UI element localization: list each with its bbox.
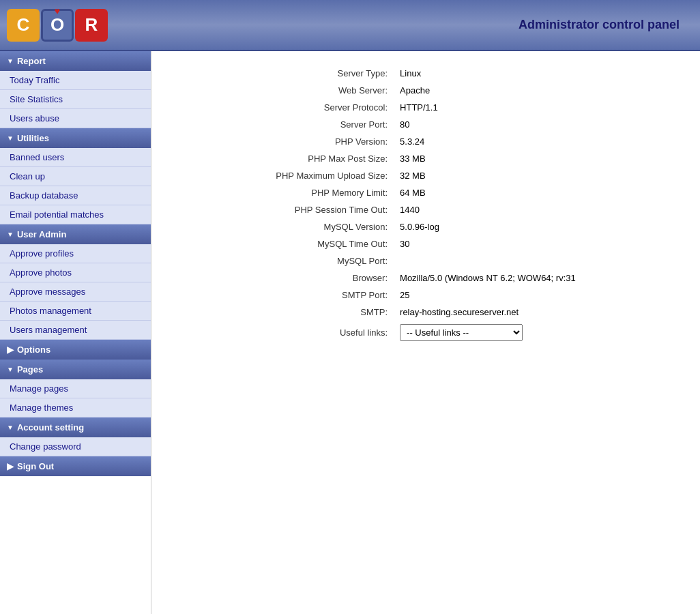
sidebar-section-utilities[interactable]: ▼ Utilities bbox=[0, 128, 151, 148]
server-info-value: HTTP/1.1 bbox=[394, 99, 581, 116]
logo-c: C bbox=[7, 9, 40, 42]
sidebar-item-email-potential-matches[interactable]: Email potential matches bbox=[0, 205, 151, 224]
server-info-row: Web Server:Apache bbox=[270, 82, 581, 99]
sign-out-label: Sign Out bbox=[17, 461, 54, 471]
server-info-row: Server Protocol:HTTP/1.1 bbox=[270, 99, 581, 116]
sidebar-section-user-admin[interactable]: ▼ User Admin bbox=[0, 224, 151, 244]
sidebar-item-change-password[interactable]: Change password bbox=[0, 437, 151, 456]
sidebar-item-banned-users[interactable]: Banned users bbox=[0, 148, 151, 167]
sidebar-section-options[interactable]: ▶ Options bbox=[0, 340, 151, 360]
sidebar-item-site-statistics[interactable]: Site Statistics bbox=[0, 90, 151, 109]
sidebar-item-users-management[interactable]: Users management bbox=[0, 321, 151, 340]
server-info-label: SMTP: bbox=[270, 304, 394, 321]
logo: C ♥ O R bbox=[7, 9, 108, 42]
layout: ▼ Report Today Traffic Site Statistics U… bbox=[0, 51, 700, 614]
options-arrow-icon: ▶ bbox=[7, 345, 14, 355]
server-info-row: SMTP Port:25 bbox=[270, 287, 581, 304]
user-admin-label: User Admin bbox=[17, 229, 66, 239]
server-info-value: 64 MB bbox=[394, 184, 581, 201]
sidebar-section-sign-out[interactable]: ▶ Sign Out bbox=[0, 456, 151, 476]
main-content: Server Type:LinuxWeb Server:ApacheServer… bbox=[151, 51, 700, 614]
user-admin-arrow-icon: ▼ bbox=[7, 231, 14, 238]
server-info-row: Useful links:-- Useful links -- bbox=[270, 321, 581, 345]
server-info-value: 30 bbox=[394, 235, 581, 252]
pages-label: Pages bbox=[17, 364, 43, 375]
server-info-label: Server Type: bbox=[270, 65, 394, 82]
sidebar-item-clean-up[interactable]: Clean up bbox=[0, 167, 151, 186]
server-info-value: relay-hosting.secureserver.net bbox=[394, 304, 581, 321]
server-info-label: MySQL Version: bbox=[270, 218, 394, 235]
server-info-row: SMTP:relay-hosting.secureserver.net bbox=[270, 304, 581, 321]
server-info-row: PHP Version:5.3.24 bbox=[270, 133, 581, 150]
server-info-value: 25 bbox=[394, 287, 581, 304]
sidebar-section-report[interactable]: ▼ Report bbox=[0, 51, 151, 71]
server-info-label: Server Protocol: bbox=[270, 99, 394, 116]
server-info-value: Linux bbox=[394, 65, 581, 82]
header-title: Administrator control panel bbox=[519, 18, 680, 32]
header: C ♥ O R Administrator control panel bbox=[0, 0, 700, 51]
sidebar-item-manage-themes[interactable]: Manage themes bbox=[0, 398, 151, 418]
sidebar-item-approve-profiles[interactable]: Approve profiles bbox=[0, 244, 151, 263]
server-info-label: PHP Session Time Out: bbox=[270, 201, 394, 218]
report-label: Report bbox=[17, 56, 46, 66]
server-info-value bbox=[394, 252, 581, 269]
server-info-value: Apache bbox=[394, 82, 581, 99]
server-info-table: Server Type:LinuxWeb Server:ApacheServer… bbox=[270, 65, 581, 345]
sidebar: ▼ Report Today Traffic Site Statistics U… bbox=[0, 51, 151, 614]
server-info-row: PHP Max Post Size:33 MB bbox=[270, 150, 581, 167]
server-info-label: Server Port: bbox=[270, 116, 394, 133]
sidebar-item-users-abuse[interactable]: Users abuse bbox=[0, 109, 151, 128]
sidebar-item-approve-photos[interactable]: Approve photos bbox=[0, 263, 151, 282]
utilities-arrow-icon: ▼ bbox=[7, 134, 14, 142]
server-info-value: 1440 bbox=[394, 201, 581, 218]
server-info-row: MySQL Version:5.0.96-log bbox=[270, 218, 581, 235]
server-info-label: MySQL Time Out: bbox=[270, 235, 394, 252]
useful-links-select[interactable]: -- Useful links -- bbox=[400, 324, 523, 341]
server-info-row: MySQL Time Out:30 bbox=[270, 235, 581, 252]
pages-arrow-icon: ▼ bbox=[7, 366, 14, 373]
server-info-row: PHP Session Time Out:1440 bbox=[270, 201, 581, 218]
server-info-value: Mozilla/5.0 (Windows NT 6.2; WOW64; rv:3… bbox=[394, 269, 581, 287]
sign-out-arrow-icon: ▶ bbox=[7, 461, 14, 471]
server-info-label: Useful links: bbox=[270, 321, 394, 345]
server-info-label: Browser: bbox=[270, 269, 394, 287]
server-info-value: 80 bbox=[394, 116, 581, 133]
server-info-value: 5.3.24 bbox=[394, 133, 581, 150]
server-info-value: 33 MB bbox=[394, 150, 581, 167]
server-info-label: SMTP Port: bbox=[270, 287, 394, 304]
sidebar-item-approve-messages[interactable]: Approve messages bbox=[0, 282, 151, 302]
heart-icon: ♥ bbox=[55, 5, 60, 16]
sidebar-item-today-traffic[interactable]: Today Traffic bbox=[0, 71, 151, 90]
server-info-row: PHP Memory Limit:64 MB bbox=[270, 184, 581, 201]
sidebar-section-account-setting[interactable]: ▼ Account setting bbox=[0, 418, 151, 437]
sidebar-item-manage-pages[interactable]: Manage pages bbox=[0, 379, 151, 398]
server-info-row: Server Port:80 bbox=[270, 116, 581, 133]
sidebar-section-pages[interactable]: ▼ Pages bbox=[0, 360, 151, 379]
server-info-label: PHP Version: bbox=[270, 133, 394, 150]
report-arrow-icon: ▼ bbox=[7, 57, 14, 65]
server-info-label: PHP Max Post Size: bbox=[270, 150, 394, 167]
logo-o: ♥ O bbox=[41, 9, 74, 42]
server-info-label: PHP Maximum Upload Size: bbox=[270, 167, 394, 184]
sidebar-item-photos-management[interactable]: Photos management bbox=[0, 302, 151, 321]
server-info-label: Web Server: bbox=[270, 82, 394, 99]
account-setting-label: Account setting bbox=[17, 422, 84, 433]
server-info-label: PHP Memory Limit: bbox=[270, 184, 394, 201]
server-info-label: MySQL Port: bbox=[270, 252, 394, 269]
server-info-row: PHP Maximum Upload Size:32 MB bbox=[270, 167, 581, 184]
server-info-row: MySQL Port: bbox=[270, 252, 581, 269]
account-arrow-icon: ▼ bbox=[7, 424, 14, 431]
utilities-label: Utilities bbox=[17, 133, 49, 143]
server-info-value: 32 MB bbox=[394, 167, 581, 184]
logo-r: R bbox=[75, 9, 108, 42]
server-info-row: Server Type:Linux bbox=[270, 65, 581, 82]
sidebar-item-backup-database[interactable]: Backup database bbox=[0, 186, 151, 205]
server-info-value: 5.0.96-log bbox=[394, 218, 581, 235]
server-info-row: Browser:Mozilla/5.0 (Windows NT 6.2; WOW… bbox=[270, 269, 581, 287]
server-info-value[interactable]: -- Useful links -- bbox=[394, 321, 581, 345]
options-label: Options bbox=[17, 345, 50, 355]
